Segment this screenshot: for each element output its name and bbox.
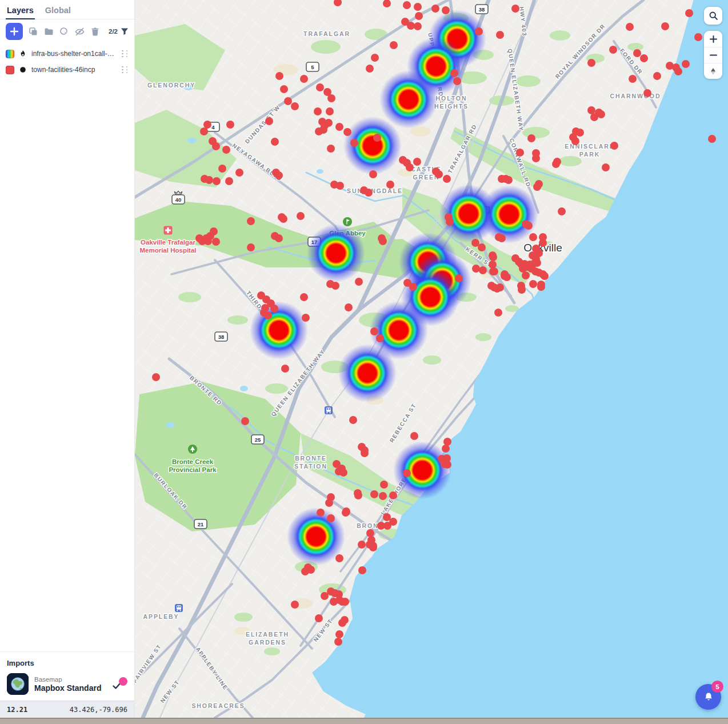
facility-dot[interactable] bbox=[443, 175, 451, 183]
facility-dot[interactable] bbox=[316, 83, 324, 91]
facility-dot[interactable] bbox=[284, 97, 292, 105]
facility-dot[interactable] bbox=[414, 3, 422, 11]
delete-layer-icon[interactable] bbox=[90, 27, 100, 37]
facility-dot[interactable] bbox=[335, 123, 343, 131]
map-search-button[interactable] bbox=[704, 7, 722, 25]
facility-dot[interactable] bbox=[203, 121, 211, 129]
facility-dot[interactable] bbox=[321, 592, 329, 600]
facility-dot[interactable] bbox=[539, 239, 547, 247]
facility-dot[interactable] bbox=[379, 492, 387, 500]
facility-dot[interactable] bbox=[349, 416, 357, 424]
facility-dot[interactable] bbox=[541, 272, 549, 280]
facility-dot[interactable] bbox=[279, 215, 287, 223]
facility-dot[interactable] bbox=[369, 542, 377, 550]
facility-dot[interactable] bbox=[265, 117, 273, 125]
facility-dot[interactable] bbox=[390, 41, 398, 49]
basemap-sync-state[interactable] bbox=[113, 677, 127, 691]
facility-dot[interactable] bbox=[431, 5, 439, 13]
drag-handle-icon[interactable] bbox=[122, 66, 129, 74]
facility-dot[interactable] bbox=[302, 314, 310, 322]
facility-dot[interactable] bbox=[331, 282, 339, 290]
facility-dot[interactable] bbox=[325, 499, 333, 507]
facility-dot[interactable] bbox=[478, 243, 486, 251]
facility-dot[interactable] bbox=[326, 107, 334, 115]
facility-dot[interactable] bbox=[443, 461, 451, 469]
facility-dot[interactable] bbox=[275, 171, 283, 179]
facility-dot[interactable] bbox=[503, 273, 511, 281]
facility-dot[interactable] bbox=[327, 94, 335, 102]
zoom-in-button[interactable] bbox=[704, 31, 722, 47]
facility-dot[interactable] bbox=[498, 234, 506, 242]
facility-dot[interactable] bbox=[610, 142, 618, 150]
facility-dot[interactable] bbox=[275, 234, 283, 242]
filter-icon[interactable] bbox=[121, 27, 129, 35]
facility-dot[interactable] bbox=[152, 373, 160, 381]
facility-dot[interactable] bbox=[450, 69, 458, 77]
folder-icon[interactable] bbox=[44, 27, 54, 37]
facility-dot[interactable] bbox=[532, 154, 540, 162]
layer-swatch[interactable] bbox=[6, 66, 14, 74]
facility-dot[interactable] bbox=[590, 113, 598, 121]
facility-dot[interactable] bbox=[475, 27, 483, 35]
facility-dot[interactable] bbox=[403, 1, 411, 9]
map-canvas[interactable]: DUNDAS ST WNEYAGAWA BLVDTRAFALGAR RDQUEE… bbox=[135, 0, 728, 718]
facility-dot[interactable] bbox=[327, 145, 335, 153]
facility-dot[interactable] bbox=[369, 170, 377, 178]
facility-dot[interactable] bbox=[496, 31, 504, 39]
layer-swatch[interactable] bbox=[6, 50, 14, 58]
facility-dot[interactable] bbox=[354, 491, 362, 499]
facility-dot[interactable] bbox=[343, 128, 351, 136]
facility-dot[interactable] bbox=[626, 23, 634, 31]
facility-dot[interactable] bbox=[533, 183, 541, 191]
facility-dot[interactable] bbox=[371, 54, 379, 62]
layer-name[interactable]: town-facilities-46incp bbox=[31, 66, 117, 74]
facility-dot[interactable] bbox=[212, 142, 220, 150]
facility-dot[interactable] bbox=[339, 469, 347, 477]
facility-dot[interactable] bbox=[350, 139, 358, 147]
facility-dot[interactable] bbox=[264, 311, 272, 319]
facility-dot[interactable] bbox=[518, 286, 526, 294]
facility-dot[interactable] bbox=[338, 619, 346, 627]
facility-dot[interactable] bbox=[435, 170, 443, 178]
facility-dot[interactable] bbox=[247, 217, 255, 225]
facility-dot[interactable] bbox=[319, 126, 327, 134]
facility-dot[interactable] bbox=[553, 158, 561, 166]
facility-dot[interactable] bbox=[643, 89, 651, 97]
facility-dot[interactable] bbox=[291, 601, 299, 609]
facility-dot[interactable] bbox=[204, 237, 212, 245]
facility-dot[interactable] bbox=[281, 365, 289, 373]
facility-dot[interactable] bbox=[315, 614, 323, 622]
facility-dot[interactable] bbox=[537, 283, 545, 291]
facility-dot[interactable] bbox=[271, 138, 279, 146]
facility-dot[interactable] bbox=[415, 12, 423, 20]
facility-dot[interactable] bbox=[300, 293, 308, 301]
facility-dot[interactable] bbox=[629, 75, 637, 83]
facility-dot[interactable] bbox=[275, 72, 283, 80]
facility-dot[interactable] bbox=[345, 303, 353, 311]
facility-dot[interactable] bbox=[525, 222, 533, 230]
facility-dot[interactable] bbox=[519, 265, 527, 273]
facility-dot[interactable] bbox=[609, 46, 617, 54]
facility-dot[interactable] bbox=[661, 22, 669, 30]
facility-dot[interactable] bbox=[633, 49, 641, 57]
tab-global[interactable]: Global bbox=[45, 6, 71, 19]
facility-dot[interactable] bbox=[529, 233, 537, 241]
facility-dot[interactable] bbox=[409, 283, 417, 291]
facility-dot[interactable] bbox=[406, 163, 414, 171]
facility-dot[interactable] bbox=[443, 438, 451, 446]
facility-dot[interactable] bbox=[587, 59, 595, 67]
facility-dot[interactable] bbox=[270, 305, 278, 313]
select-feature-icon[interactable] bbox=[59, 27, 69, 37]
facility-dot[interactable] bbox=[653, 72, 661, 80]
facility-dot[interactable] bbox=[235, 169, 243, 177]
facility-dot[interactable] bbox=[334, 638, 342, 646]
facility-dot[interactable] bbox=[490, 267, 498, 275]
facility-dot[interactable] bbox=[533, 259, 541, 267]
facility-dot[interactable] bbox=[494, 309, 502, 317]
facility-dot[interactable] bbox=[529, 280, 537, 288]
facility-dot[interactable] bbox=[205, 176, 213, 184]
facility-dot[interactable] bbox=[222, 146, 230, 154]
facility-dot[interactable] bbox=[327, 514, 335, 522]
facility-dot[interactable] bbox=[442, 445, 450, 453]
add-layer-button[interactable] bbox=[6, 23, 23, 40]
